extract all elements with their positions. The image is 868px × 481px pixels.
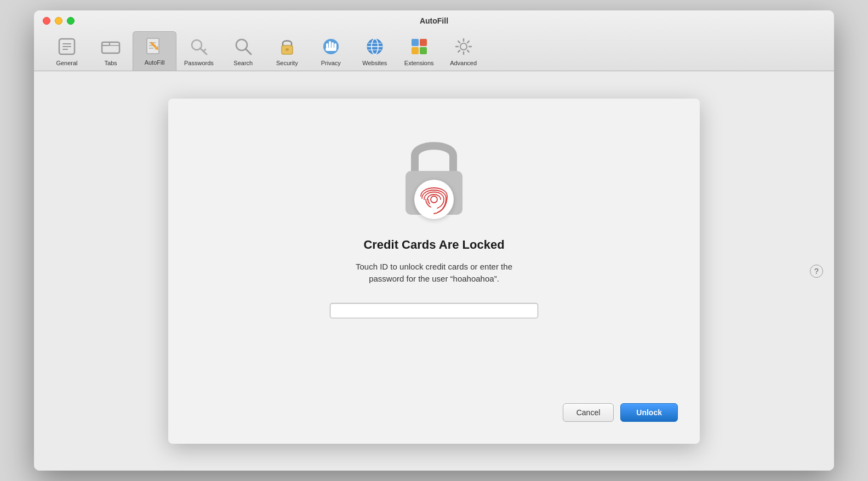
minimize-button[interactable] xyxy=(55,17,62,25)
svg-rect-5 xyxy=(102,42,110,45)
fingerprint-icon xyxy=(414,180,454,219)
svg-rect-19 xyxy=(285,48,289,51)
privacy-icon xyxy=(320,36,342,58)
security-icon xyxy=(276,36,298,58)
close-button[interactable] xyxy=(43,17,50,25)
unlock-button[interactable]: Unlock xyxy=(620,403,678,422)
tab-extensions-label: Extensions xyxy=(404,60,434,66)
websites-icon xyxy=(364,36,386,58)
main-content: ? xyxy=(34,71,834,471)
lock-icon-container xyxy=(390,126,478,225)
tab-advanced-label: Advanced xyxy=(450,60,477,66)
search-icon xyxy=(232,36,254,58)
tab-general[interactable]: General xyxy=(45,32,89,71)
tab-privacy[interactable]: Privacy xyxy=(309,32,353,71)
dialog-title: Credit Cards Are Locked xyxy=(363,238,504,252)
svg-line-42 xyxy=(467,41,469,43)
svg-rect-34 xyxy=(420,47,427,54)
svg-rect-25 xyxy=(326,48,336,51)
tab-search-label: Search xyxy=(233,60,253,66)
svg-line-40 xyxy=(458,41,460,43)
general-icon xyxy=(56,36,78,58)
extensions-icon xyxy=(408,36,430,58)
advanced-icon xyxy=(453,36,475,58)
svg-rect-32 xyxy=(420,39,427,46)
maximize-button[interactable] xyxy=(67,17,75,25)
tab-passwords[interactable]: Passwords xyxy=(176,32,221,71)
svg-rect-1 xyxy=(62,43,71,44)
tab-autofill[interactable]: AutoFill xyxy=(133,31,176,71)
svg-line-17 xyxy=(245,49,251,54)
svg-rect-7 xyxy=(147,38,159,54)
svg-rect-33 xyxy=(412,47,419,54)
svg-rect-31 xyxy=(412,39,419,46)
svg-line-43 xyxy=(458,50,460,52)
tab-autofill-label: AutoFill xyxy=(145,59,165,66)
dialog-description: Touch ID to unlock credit cards or enter… xyxy=(356,261,512,285)
tab-security-label: Security xyxy=(276,60,298,66)
password-input[interactable] xyxy=(330,303,538,318)
toolbar: General Tabs xyxy=(34,27,834,71)
tab-general-label: General xyxy=(56,60,77,66)
tab-tabs[interactable]: Tabs xyxy=(89,32,133,71)
tab-websites-label: Websites xyxy=(362,60,387,66)
svg-line-41 xyxy=(467,50,469,52)
svg-rect-21 xyxy=(329,41,331,49)
svg-rect-2 xyxy=(62,46,71,47)
tab-privacy-label: Privacy xyxy=(321,60,341,66)
window-title: AutoFill xyxy=(420,16,448,25)
svg-point-35 xyxy=(460,43,467,50)
tab-advanced[interactable]: Advanced xyxy=(442,32,486,71)
tab-passwords-label: Passwords xyxy=(184,60,214,66)
tab-security[interactable]: Security xyxy=(265,32,309,71)
tab-tabs-label: Tabs xyxy=(104,60,117,66)
svg-rect-4 xyxy=(102,42,119,53)
title-bar: AutoFill General xyxy=(34,10,834,71)
cancel-button[interactable]: Cancel xyxy=(563,403,614,422)
autofill-icon xyxy=(144,35,165,57)
tab-search[interactable]: Search xyxy=(221,32,265,71)
svg-rect-3 xyxy=(62,49,68,50)
tab-websites[interactable]: Websites xyxy=(353,32,397,71)
tabs-icon xyxy=(100,36,122,58)
unlock-dialog: Credit Cards Are Locked Touch ID to unlo… xyxy=(168,99,700,444)
dialog-buttons: Cancel Unlock xyxy=(563,403,678,422)
main-window: AutoFill General xyxy=(34,10,834,471)
help-button[interactable]: ? xyxy=(810,265,823,278)
svg-point-45 xyxy=(431,196,437,203)
tab-extensions[interactable]: Extensions xyxy=(397,32,442,71)
svg-line-15 xyxy=(203,49,205,51)
passwords-icon xyxy=(188,36,210,58)
window-controls xyxy=(43,17,75,25)
